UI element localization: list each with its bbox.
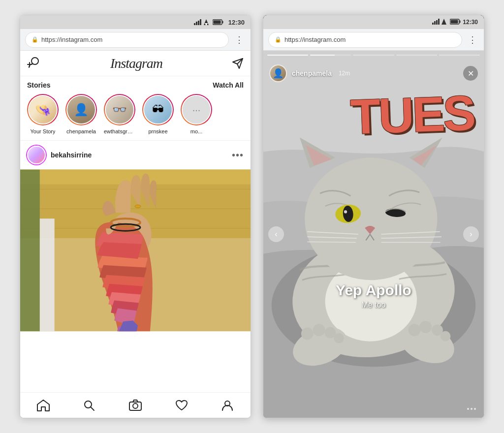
svg-marker-31 <box>438 19 440 25</box>
dm-icon[interactable] <box>232 58 244 69</box>
profile-icon <box>221 400 233 411</box>
nav-heart-button[interactable] <box>172 396 191 415</box>
url-text-left: https://instagram.com <box>41 36 102 43</box>
stories-title: Stories <box>27 81 50 89</box>
stories-list: 👒 Your Story 👤 chenpamela 👓 <box>20 94 251 134</box>
your-story-img: 👒 <box>29 95 57 124</box>
add-person-button[interactable] <box>27 56 41 71</box>
svg-line-24 <box>91 407 94 410</box>
nav-camera-button[interactable] <box>126 396 145 415</box>
close-icon: ✕ <box>468 69 474 78</box>
svg-point-57 <box>408 324 420 336</box>
browser-menu-left[interactable]: ⋮ <box>233 32 246 47</box>
status-bar-right: 12:30 <box>263 15 484 29</box>
watch-all-button[interactable]: Watch All <box>213 81 244 89</box>
chevron-right-icon: › <box>470 230 472 239</box>
nav-home-button[interactable] <box>33 396 53 415</box>
svg-point-43 <box>344 210 347 213</box>
battery-icon <box>213 19 223 25</box>
post-image <box>20 169 251 332</box>
svg-point-54 <box>313 324 325 336</box>
svg-rect-8 <box>213 21 220 24</box>
story-item-your-story[interactable]: 👒 Your Story <box>27 94 59 134</box>
prnskee-ring: 🕶 <box>142 94 174 125</box>
svg-point-60 <box>441 331 451 341</box>
story-item-chenpamela[interactable]: 👤 chenpamela <box>65 94 97 134</box>
svg-marker-32 <box>441 19 446 25</box>
instagram-header: Instagram <box>20 51 251 76</box>
svg-point-26 <box>133 403 138 408</box>
bottom-nav <box>20 392 251 418</box>
more-img: ··· <box>183 95 210 124</box>
story-item-ewthatsgross[interactable]: 👓 ewthatsgross <box>104 94 135 134</box>
prnskee-label: prnskee <box>148 128 167 134</box>
url-bar-right[interactable]: 🔒 https://instagram.com <box>268 32 462 48</box>
prnskee-img: 🕶 <box>144 95 172 124</box>
chenpamela-ring: 👤 <box>65 94 97 125</box>
nav-search-button[interactable] <box>79 396 99 415</box>
your-story-avatar: 👒 <box>28 95 58 124</box>
url-bar-left[interactable]: 🔒 https://instagram.com <box>25 32 229 48</box>
svg-rect-7 <box>222 21 223 24</box>
story-dot-2 <box>471 408 472 410</box>
svg-marker-2 <box>198 21 199 25</box>
more-ring: ··· <box>181 94 212 125</box>
story-main-text: Yep Apollo <box>263 282 484 299</box>
svg-rect-34 <box>460 20 461 23</box>
story-username: chenpamela <box>292 69 332 77</box>
story-next-button[interactable]: › <box>463 226 479 242</box>
story-item-more[interactable]: ··· mo... <box>181 94 212 134</box>
status-icons-right <box>432 19 461 26</box>
status-icons-left <box>194 19 223 25</box>
battery-icon-right <box>450 19 461 25</box>
signal-icon-right <box>432 19 440 25</box>
svg-point-53 <box>301 328 314 340</box>
story-tues-text: TUES <box>350 88 475 142</box>
story-prev-button[interactable]: ‹ <box>268 226 284 242</box>
post-user-avatar[interactable] <box>27 146 46 164</box>
browser-menu-right[interactable]: ⋮ <box>466 32 479 47</box>
svg-marker-3 <box>200 19 201 25</box>
browser-bar-left: 🔒 https://instagram.com ⋮ <box>20 29 251 51</box>
svg-marker-29 <box>434 21 436 25</box>
story-user-avatar[interactable]: 👤 <box>269 64 287 82</box>
status-bar-left: 12:30 <box>20 15 251 29</box>
nav-profile-button[interactable] <box>218 396 237 415</box>
lock-icon-left: 🔒 <box>32 36 38 43</box>
story-dot-1 <box>467 408 469 410</box>
svg-rect-35 <box>451 20 458 23</box>
post-more-button[interactable]: ••• <box>232 150 244 161</box>
chenpamela-avatar: 👤 <box>66 95 96 124</box>
story-close-button[interactable]: ✕ <box>463 66 478 81</box>
story-bottom-dots <box>467 408 476 410</box>
story-overlay-text: Yep Apollo Me too <box>263 282 484 309</box>
chenpamela-img: 👤 <box>67 95 95 124</box>
svg-marker-0 <box>194 23 195 25</box>
time-left: 12:30 <box>228 19 245 26</box>
story-item-prnskee[interactable]: 🕶 prnskee <box>142 94 174 134</box>
lte-icon <box>204 19 211 25</box>
camera-icon <box>129 400 142 411</box>
post-item: bekahsirrine ••• <box>20 141 251 392</box>
header-icons <box>232 58 244 69</box>
home-icon <box>37 400 50 411</box>
signal-icon <box>194 19 202 25</box>
your-story-ring: 👒 <box>27 94 59 125</box>
ewthatsgross-avatar: 👓 <box>105 95 134 124</box>
search-icon <box>83 400 95 411</box>
story-progress-bars <box>267 55 480 56</box>
progress-bar-4 <box>396 55 437 56</box>
browser-bar-right: 🔒 https://instagram.com ⋮ <box>263 29 484 51</box>
more-avatar: ··· <box>182 95 211 124</box>
time-right: 12:30 <box>463 19 478 26</box>
progress-bar-5 <box>439 55 480 56</box>
story-header: 👤 chenpamela 12m ✕ <box>263 61 484 86</box>
story-sub-text: Me too <box>263 301 484 309</box>
instagram-logo: Instagram <box>110 56 162 71</box>
svg-point-40 <box>305 158 437 280</box>
chenpamela-label: chenpamela <box>66 128 96 134</box>
post-username: bekahsirrine <box>51 151 227 159</box>
stories-section: Stories Watch All 👒 Your Story 👤 <box>20 76 251 141</box>
svg-point-58 <box>419 321 432 333</box>
lock-icon-right: 🔒 <box>275 36 282 43</box>
